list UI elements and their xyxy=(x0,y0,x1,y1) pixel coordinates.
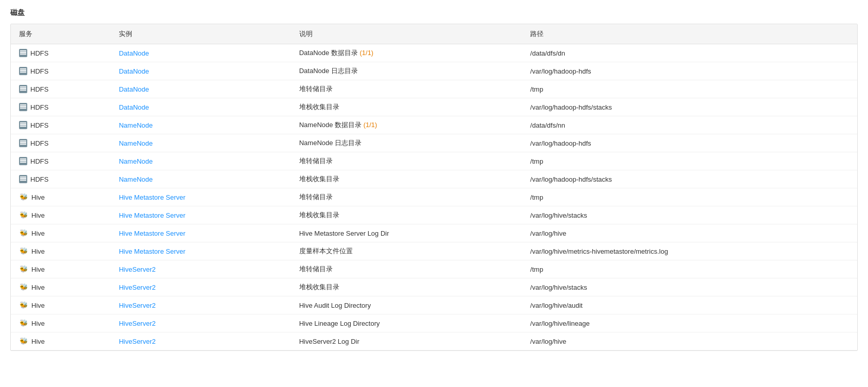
path-cell: /var/log/hive/metrics-hivemetastore/metr… xyxy=(522,242,857,260)
hive-icon: 🐝 xyxy=(19,319,28,328)
col-header-path: 路径 xyxy=(522,24,857,44)
instance-link[interactable]: NameNode xyxy=(119,139,153,147)
path-cell: /var/log/hadoop-hdfs/stacks xyxy=(522,170,857,188)
instance-cell[interactable]: DataNode xyxy=(111,98,291,116)
path-cell: /tmp xyxy=(522,80,857,98)
description-cell: 堆转储目录 xyxy=(291,152,522,170)
hdfs-icon xyxy=(19,121,27,129)
service-cell-inner: HDFS xyxy=(19,157,102,165)
page-container: 磁盘 服务 实例 说明 路径 HDFSDataNodeDataNode 数据目录… xyxy=(0,0,868,359)
description-cell: Hive Lineage Log Directory xyxy=(291,314,522,332)
instance-link[interactable]: DataNode xyxy=(119,67,149,75)
service-cell: HDFS xyxy=(11,80,111,98)
description-cell: 堆转储目录 xyxy=(291,188,522,206)
instance-link[interactable]: HiveServer2 xyxy=(119,302,156,309)
path-cell: /tmp xyxy=(522,260,857,278)
instance-cell[interactable]: HiveServer2 xyxy=(111,260,291,278)
service-label: HDFS xyxy=(30,49,48,57)
service-label: Hive xyxy=(31,338,45,345)
path-cell: /tmp xyxy=(522,188,857,206)
instance-cell[interactable]: Hive Metastore Server xyxy=(111,224,291,242)
table-row: 🐝HiveHive Metastore ServerHive Metastore… xyxy=(11,224,857,242)
instance-link[interactable]: DataNode xyxy=(119,49,149,57)
instance-link[interactable]: Hive Metastore Server xyxy=(119,230,185,237)
service-cell: HDFS xyxy=(11,98,111,116)
description-cell: DataNode 日志目录 xyxy=(291,62,522,80)
table-row: HDFSDataNode堆转储目录/tmp xyxy=(11,80,857,98)
instance-cell[interactable]: NameNode xyxy=(111,170,291,188)
instance-link[interactable]: Hive Metastore Server xyxy=(119,194,185,201)
service-cell-inner: HDFS xyxy=(19,139,102,147)
instance-cell[interactable]: Hive Metastore Server xyxy=(111,188,291,206)
instance-cell[interactable]: DataNode xyxy=(111,80,291,98)
description-cell: 堆栈收集目录 xyxy=(291,98,522,116)
service-label: Hive xyxy=(31,266,45,273)
table-row: 🐝HiveHiveServer2Hive Audit Log Directory… xyxy=(11,296,857,314)
instance-cell[interactable]: NameNode xyxy=(111,116,291,134)
instance-link[interactable]: Hive Metastore Server xyxy=(119,248,185,255)
table-row: 🐝HiveHiveServer2HiveServer2 Log Dir/var/… xyxy=(11,332,857,350)
service-cell: 🐝Hive xyxy=(11,224,111,242)
path-cell: /var/log/hive/stacks xyxy=(522,206,857,224)
hive-icon: 🐝 xyxy=(19,228,28,238)
instance-link[interactable]: DataNode xyxy=(119,103,149,111)
service-cell-inner: HDFS xyxy=(19,121,102,129)
table-row: 🐝HiveHive Metastore Server度量样本文件位置/var/l… xyxy=(11,242,857,260)
description-cell: Hive Audit Log Directory xyxy=(291,296,522,314)
service-cell: HDFS xyxy=(11,62,111,80)
service-cell: HDFS xyxy=(11,170,111,188)
service-cell-inner: HDFS xyxy=(19,85,102,93)
service-cell-inner: 🐝Hive xyxy=(19,210,102,220)
path-cell: /var/log/hadoop-hdfs/stacks xyxy=(522,98,857,116)
instance-cell[interactable]: NameNode xyxy=(111,134,291,152)
service-cell-inner: 🐝Hive xyxy=(19,283,102,292)
hdfs-icon xyxy=(19,139,27,147)
instance-cell[interactable]: HiveServer2 xyxy=(111,296,291,314)
hdfs-icon xyxy=(19,175,27,183)
service-cell-inner: 🐝Hive xyxy=(19,192,102,202)
instance-link[interactable]: HiveServer2 xyxy=(119,284,156,291)
path-cell: /tmp xyxy=(522,152,857,170)
service-label: HDFS xyxy=(30,139,48,147)
instance-link[interactable]: DataNode xyxy=(119,85,149,93)
disk-table-wrapper: 服务 实例 说明 路径 HDFSDataNodeDataNode 数据目录 (1… xyxy=(10,24,858,351)
hive-icon: 🐝 xyxy=(19,265,28,274)
instance-cell[interactable]: DataNode xyxy=(111,44,291,62)
service-cell: 🐝Hive xyxy=(11,314,111,332)
hdfs-icon xyxy=(19,85,27,93)
path-cell: /var/log/hive xyxy=(522,332,857,350)
instance-cell[interactable]: HiveServer2 xyxy=(111,332,291,350)
service-label: Hive xyxy=(31,320,45,327)
instance-cell[interactable]: Hive Metastore Server xyxy=(111,206,291,224)
service-label: Hive xyxy=(31,212,45,219)
instance-cell[interactable]: HiveServer2 xyxy=(111,278,291,296)
service-cell-inner: 🐝Hive xyxy=(19,319,102,328)
instance-cell[interactable]: NameNode xyxy=(111,152,291,170)
instance-cell[interactable]: HiveServer2 xyxy=(111,314,291,332)
description-cell: 堆栈收集目录 xyxy=(291,206,522,224)
instance-link[interactable]: HiveServer2 xyxy=(119,338,156,345)
col-header-description: 说明 xyxy=(291,24,522,44)
hive-icon: 🐝 xyxy=(19,283,28,292)
table-row: HDFSNameNodeNameNode 数据目录 (1/1)/data/dfs… xyxy=(11,116,857,134)
service-cell-inner: 🐝Hive xyxy=(19,301,102,310)
service-label: HDFS xyxy=(30,85,48,93)
table-row: HDFSDataNodeDataNode 日志目录/var/log/hadoop… xyxy=(11,62,857,80)
instance-link[interactable]: NameNode xyxy=(119,121,153,129)
instance-link[interactable]: HiveServer2 xyxy=(119,266,156,273)
table-header: 服务 实例 说明 路径 xyxy=(11,24,857,44)
instance-cell[interactable]: DataNode xyxy=(111,62,291,80)
col-header-instance: 实例 xyxy=(111,24,291,44)
service-cell: 🐝Hive xyxy=(11,188,111,206)
instance-link[interactable]: HiveServer2 xyxy=(119,320,156,327)
instance-link[interactable]: Hive Metastore Server xyxy=(119,212,185,219)
instance-cell[interactable]: Hive Metastore Server xyxy=(111,242,291,260)
service-cell: HDFS xyxy=(11,44,111,62)
instance-link[interactable]: NameNode xyxy=(119,175,153,183)
path-cell: /data/dfs/nn xyxy=(522,116,857,134)
service-label: Hive xyxy=(31,194,45,201)
instance-link[interactable]: NameNode xyxy=(119,157,153,165)
hdfs-icon xyxy=(19,67,27,75)
description-cell: 堆栈收集目录 xyxy=(291,278,522,296)
table-row: HDFSDataNode堆栈收集目录/var/log/hadoop-hdfs/s… xyxy=(11,98,857,116)
